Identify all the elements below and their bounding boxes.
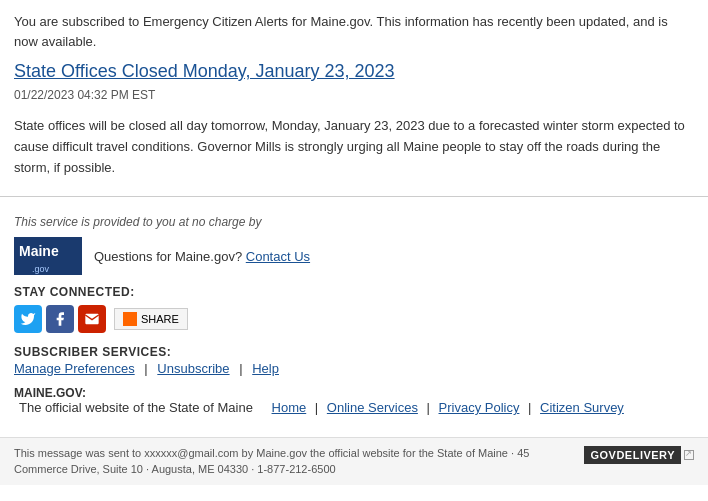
facebook-icon[interactable] xyxy=(46,305,74,333)
manage-preferences-link[interactable]: Manage Preferences xyxy=(14,361,135,376)
separator-3: | xyxy=(315,400,322,415)
govdelivery-label: GOVDELIVERY xyxy=(584,446,681,464)
article-date: 01/22/2023 04:32 PM EST xyxy=(14,88,694,102)
maine-gov-links-row: The official website of the State of Mai… xyxy=(14,400,694,415)
svg-text:.gov: .gov xyxy=(32,264,50,274)
bottom-footer-text: This message was sent to xxxxxx@gmail.co… xyxy=(14,446,572,477)
separator-4: | xyxy=(427,400,434,415)
subscriber-services-label: SUBSCRIBER SERVICES: xyxy=(14,345,694,359)
section-divider xyxy=(0,196,708,197)
contact-question: Questions for Maine.gov? Contact Us xyxy=(94,249,310,264)
external-link-icon xyxy=(684,450,694,460)
maine-gov-desc: The official website of the State of Mai… xyxy=(19,400,253,415)
svg-text:Maine: Maine xyxy=(19,243,59,259)
citizen-survey-link[interactable]: Citizen Survey xyxy=(540,400,624,415)
separator-1: | xyxy=(144,361,151,376)
maine-gov-section: MAINE.GOV: The official website of the S… xyxy=(14,386,694,415)
maine-logo: Maine .gov xyxy=(14,237,82,275)
separator-2: | xyxy=(239,361,246,376)
help-link[interactable]: Help xyxy=(252,361,279,376)
unsubscribe-link[interactable]: Unsubscribe xyxy=(157,361,229,376)
twitter-icon[interactable] xyxy=(14,305,42,333)
stay-connected-label: STAY CONNECTED: xyxy=(14,285,694,299)
social-icons-row: SHARE xyxy=(14,305,694,333)
share-icon xyxy=(123,312,137,326)
privacy-policy-link[interactable]: Privacy Policy xyxy=(439,400,520,415)
home-link[interactable]: Home xyxy=(272,400,307,415)
online-services-link[interactable]: Online Services xyxy=(327,400,418,415)
govdelivery-logo: GOVDELIVERY xyxy=(584,446,694,464)
separator-5: | xyxy=(528,400,535,415)
share-label: SHARE xyxy=(141,313,179,325)
article-body: State offices will be closed all day tom… xyxy=(14,116,694,178)
article-title-link[interactable]: State Offices Closed Monday, January 23,… xyxy=(14,61,694,82)
bottom-footer: This message was sent to xxxxxx@gmail.co… xyxy=(0,437,708,485)
subscriber-links-row: Manage Preferences | Unsubscribe | Help xyxy=(14,361,694,376)
share-button[interactable]: SHARE xyxy=(114,308,188,330)
intro-text: You are subscribed to Emergency Citizen … xyxy=(14,12,694,51)
contact-us-link[interactable]: Contact Us xyxy=(246,249,310,264)
email-forward-icon[interactable] xyxy=(78,305,106,333)
maine-gov-label: MAINE.GOV: xyxy=(14,386,694,400)
service-text: This service is provided to you at no ch… xyxy=(14,215,694,229)
